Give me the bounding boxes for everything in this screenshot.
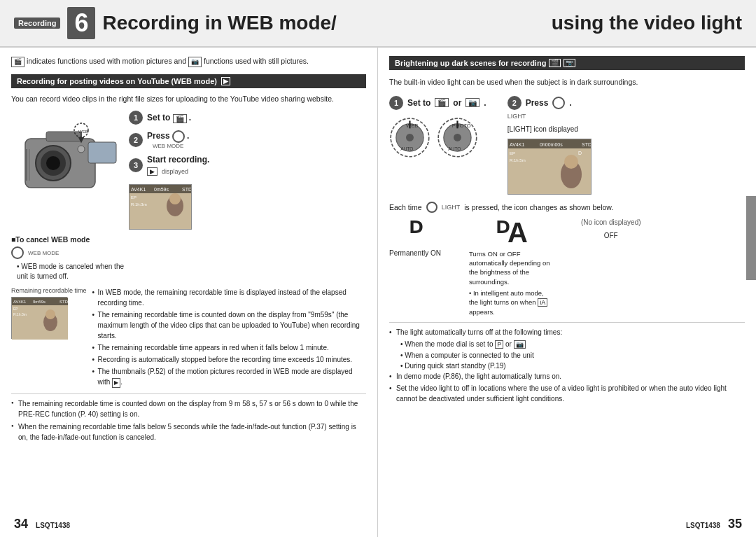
cancel-section: ■To cancel WEB mode WEB MODE • WEB mode … — [11, 235, 366, 281]
svg-point-29 — [46, 309, 55, 319]
step-1: 1 Set to 🎬 . — [129, 111, 366, 125]
svg-text:STD: STD — [582, 142, 592, 147]
svg-text:EP: EP — [131, 195, 136, 200]
youtube-section-header: Recording for posting videos on YouTube … — [11, 74, 366, 88]
svg-rect-4 — [46, 132, 81, 141]
header-title-right: using the video light — [552, 12, 742, 34]
web-thumb-icon: ▶ — [112, 378, 120, 388]
svg-text:AV4K1: AV4K1 — [13, 300, 27, 304]
light-mode-auto: ᴰA Turns ON or OFF automatically dependi… — [469, 218, 553, 316]
right-note-2: In demo mode (P.86), the light automatic… — [389, 371, 745, 382]
right-step-2: 2 Press . LIGHT [LIGHT] icon displayed A… — [507, 96, 592, 195]
svg-point-51 — [564, 155, 578, 169]
bottom-notes: The remaining recordable time is counted… — [11, 393, 366, 442]
intelligent-auto-icon: iA — [538, 298, 547, 307]
svg-text:WEB: WEB — [78, 130, 88, 134]
bullet-2: The remaining recordable time is counted… — [92, 309, 366, 341]
step-2: 2 Press . WEB MODE — [129, 130, 366, 149]
camera-dial-icon: 📷 — [465, 98, 479, 107]
right-step-1: 1 Set to 🎬 or 📷 . WEB AUTO — [389, 96, 486, 159]
movie-icon-inline: 🎬 — [11, 57, 24, 67]
camera-illustration: WEB — [11, 111, 123, 202]
steps-list: 1 Set to 🎬 . 2 Press . WEB MODE — [129, 111, 366, 230]
svg-text:WEB: WEB — [406, 123, 418, 129]
intro-text: 🎬 indicates functions used with motion p… — [11, 56, 366, 67]
each-time-btn — [426, 202, 438, 213]
recording-badge: Recording — [14, 18, 60, 29]
svg-text:9m59s: 9m59s — [33, 300, 46, 304]
camera-icon-inline: 📷 — [188, 57, 202, 67]
web-mode-label: WEB MODE — [147, 143, 189, 149]
bullet-3: The remaining recordable time appears in… — [92, 342, 366, 353]
svg-point-38 — [454, 134, 461, 141]
cancel-desc-2: unit is turned off. — [17, 272, 366, 281]
brightening-section-header: Brightening up dark scenes for recording… — [389, 56, 745, 70]
youtube-icon: ▶ — [221, 77, 230, 85]
dial-icon-2: 📷 — [514, 340, 526, 349]
remaining-thumbnail: AV4K1 9m59s STD EP R:1h:3m — [11, 297, 67, 339]
svg-text:AUTO: AUTO — [400, 146, 413, 151]
light-press-icon — [552, 97, 565, 109]
svg-text:AUTO: AUTO — [448, 146, 461, 151]
youtube-description: You can record video clips in the right … — [11, 94, 366, 104]
svg-text:R:1h:3m: R:1h:3m — [131, 202, 147, 207]
svg-text:0h00m00s: 0h00m00s — [540, 142, 563, 147]
header-title-left: Recording in WEB mode/ — [102, 12, 336, 34]
svg-text:EP: EP — [13, 307, 18, 311]
each-time-row: Each time LIGHT is pressed, the icon cha… — [389, 202, 745, 213]
side-tab — [746, 196, 756, 280]
right-steps: 1 Set to 🎬 or 📷 . WEB AUTO — [389, 96, 745, 195]
camera-icon-header: 📷 — [564, 59, 575, 67]
bullet-5: The thumbnails (P.52) of the motion pict… — [92, 366, 366, 388]
bottom-note-1: The remaining recordable time is counted… — [11, 398, 366, 419]
movie-dial-icon: 🎬 — [435, 98, 449, 107]
svg-text:0m59s: 0m59s — [154, 187, 169, 192]
svg-text:EP: EP — [510, 151, 515, 155]
light-mode-off: (No icon displayed) OFF — [581, 218, 641, 239]
press-button-icon — [172, 130, 185, 143]
light-mode-permanently-on: ᴰ Permanently ON — [389, 218, 441, 257]
svg-point-32 — [406, 134, 414, 141]
movie-icon-header: 🎬 — [549, 59, 561, 67]
light-icons-row: ᴰ Permanently ON ᴰA Turns ON or OFF auto… — [389, 218, 745, 316]
remaining-label: Remaining recordable time — [11, 287, 87, 294]
right-note-1: The light automatically turns off at the… — [389, 327, 745, 337]
svg-rect-5 — [88, 142, 116, 163]
svg-text:AV4K1: AV4K1 — [510, 142, 524, 147]
right-note-3: Set the video light to off in locations … — [389, 383, 745, 404]
svg-text:STD: STD — [182, 187, 192, 192]
svg-point-3 — [46, 156, 60, 170]
dial-icon-1: P — [495, 340, 503, 349]
web-icon-displayed: ▶ — [147, 167, 158, 176]
chapter-number: 6 — [67, 7, 95, 39]
lsqt-left: LSQT1438 — [36, 522, 70, 529]
step-3: 3 Start recording. ▶ displayed — [129, 155, 366, 176]
page-header: Recording 6 Recording in WEB mode/ using… — [0, 0, 756, 48]
svg-text:D: D — [578, 151, 582, 155]
page-footer: 34 LSQT1438 LSQT1438 35 — [0, 517, 756, 531]
steps-area: WEB 1 Set to 🎬 . 2 Press — [11, 111, 366, 230]
lsqt-right: LSQT1438 — [686, 522, 720, 529]
left-column: 🎬 indicates functions used with motion p… — [0, 48, 378, 537]
light-sub-label: LIGHT — [442, 204, 461, 211]
svg-text:AV4K1: AV4K1 — [131, 187, 146, 192]
movie-mode-icon: 🎬 — [173, 114, 187, 123]
svg-text:R:1h:5m: R:1h:5m — [510, 158, 526, 162]
page-number-right: 35 — [728, 517, 742, 531]
light-screen-thumbnail: AV4K1 0h00m00s STD EP R:1h:5m D — [507, 139, 592, 195]
svg-point-20 — [169, 193, 181, 204]
bottom-note-2: When the remaining recordable time falls… — [11, 421, 366, 442]
bullet-4: Recording is automatically stopped befor… — [92, 354, 366, 365]
svg-text:R:1h:3m: R:1h:3m — [13, 312, 27, 316]
remaining-bullets: In WEB mode, the remaining recordable ti… — [92, 287, 366, 389]
right-column: Brightening up dark scenes for recording… — [378, 48, 756, 537]
recording-screen-thumbnail: AV4K1 0m59s STD EP R:1h:3m — [129, 184, 192, 230]
page-number-left: 34 — [14, 517, 28, 531]
bright-desc: The built-in video light can be used whe… — [389, 77, 745, 88]
svg-text:PHOTO: PHOTO — [452, 123, 471, 129]
right-bottom-notes: The light automatically turns off at the… — [389, 322, 745, 404]
remaining-section: Remaining recordable time AV4K1 9m59s ST… — [11, 287, 366, 389]
cancel-desc-1: • WEB mode is canceled when the — [17, 262, 366, 272]
bullet-1: In WEB mode, the remaining recordable ti… — [92, 287, 366, 308]
svg-point-8 — [78, 146, 85, 153]
